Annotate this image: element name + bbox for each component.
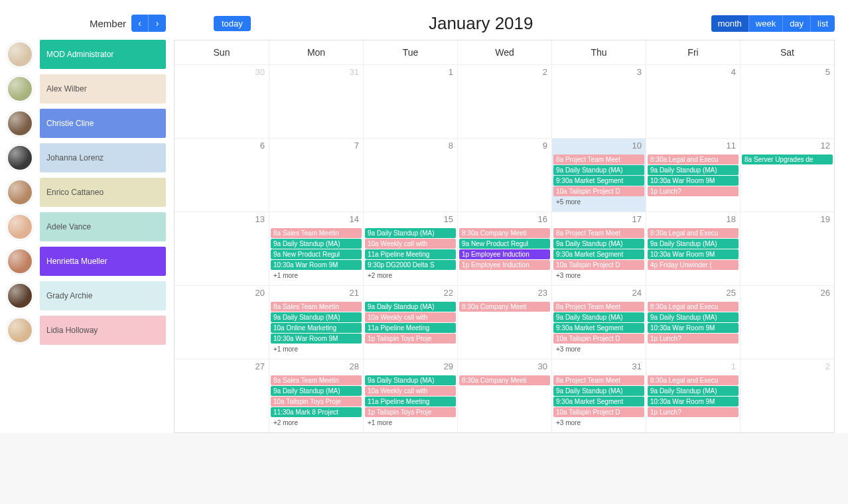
day-cell[interactable]: 6	[175, 139, 269, 212]
day-cell[interactable]: 108a Project Team Meet9a Daily Standup (…	[551, 139, 646, 212]
calendar-event[interactable]: 8:30a Legal and Execu	[648, 228, 739, 238]
member-chip[interactable]: Christie Cline	[40, 109, 166, 138]
calendar-event[interactable]: 8a Sales Team Meetin	[271, 228, 362, 238]
more-link[interactable]: +3 more	[553, 344, 644, 354]
calendar-event[interactable]: 11:30a Mark 8 Project	[271, 407, 362, 417]
calendar-event[interactable]: 9a Daily Standup (MA)	[365, 302, 456, 312]
member-row[interactable]: Johanna Lorenz	[7, 143, 166, 172]
more-link[interactable]: +2 more	[271, 418, 362, 428]
calendar-event[interactable]: 9a Daily Standup (MA)	[553, 386, 644, 396]
day-cell[interactable]: 218a Sales Team Meetin9a Daily Standup (…	[269, 286, 363, 359]
calendar-event[interactable]: 10a Weekly call with	[365, 386, 456, 396]
calendar-event[interactable]: 8a Sales Team Meetin	[271, 375, 362, 385]
calendar-event[interactable]: 9a Daily Standup (MA)	[553, 165, 644, 175]
calendar-event[interactable]: 9a Daily Standup (MA)	[648, 239, 739, 249]
day-cell[interactable]: 258:30a Legal and Execu9a Daily Standup …	[646, 286, 740, 359]
member-row[interactable]: Christie Cline	[7, 109, 166, 138]
calendar-event[interactable]: 8a Project Team Meet	[553, 228, 644, 238]
day-cell[interactable]: 3	[551, 65, 646, 138]
day-cell[interactable]: 20	[175, 286, 269, 359]
calendar-event[interactable]: 8a Project Team Meet	[553, 302, 644, 312]
calendar-event[interactable]: 10:30a War Room 9M	[271, 334, 362, 344]
view-list[interactable]: list	[810, 15, 835, 32]
calendar-event[interactable]: 9a Daily Standup (MA)	[648, 312, 739, 322]
calendar-event[interactable]: 10a Tailspin Project D	[553, 186, 644, 196]
view-week[interactable]: week	[748, 15, 782, 32]
member-row[interactable]: Adele Vance	[7, 212, 166, 241]
day-cell[interactable]: 7	[269, 139, 363, 212]
prev-button[interactable]: ‹	[131, 15, 149, 32]
day-cell[interactable]: 168:30a Company Meeti9a New Product Regu…	[457, 212, 551, 285]
calendar-event[interactable]: 10a Weekly call with	[365, 239, 456, 249]
view-day[interactable]: day	[782, 15, 810, 32]
calendar-event[interactable]: 11a Pipeline Meeting	[365, 397, 456, 407]
day-cell[interactable]: 159a Daily Standup (MA)10a Weekly call w…	[363, 212, 457, 285]
today-button[interactable]: today	[214, 16, 251, 31]
member-chip[interactable]: Henrietta Mueller	[40, 247, 166, 276]
calendar-event[interactable]: 1p Lunch?	[648, 334, 739, 344]
member-row[interactable]: Enrico Cattaneo	[7, 178, 166, 207]
calendar-event[interactable]: 1p Employee Induction	[459, 249, 550, 259]
day-cell[interactable]: 178a Project Team Meet9a Daily Standup (…	[551, 212, 646, 285]
calendar-event[interactable]: 9a New Product Regul	[271, 249, 362, 259]
calendar-event[interactable]: 10:30a War Room 9M	[648, 176, 739, 186]
calendar-event[interactable]: 10:30a War Room 9M	[648, 249, 739, 259]
day-cell[interactable]: 27	[175, 359, 269, 432]
member-chip[interactable]: Alex Wilber	[40, 74, 166, 103]
calendar-event[interactable]: 11a Pipeline Meeting	[365, 323, 456, 333]
calendar-event[interactable]: 9:30a Market Segment	[553, 397, 644, 407]
calendar-event[interactable]: 8:30a Company Meeti	[459, 228, 550, 238]
calendar-event[interactable]: 9:30a Market Segment	[553, 249, 644, 259]
calendar-event[interactable]: 10a Tailspin Project D	[553, 334, 644, 344]
more-link[interactable]: +5 more	[553, 197, 644, 207]
member-chip[interactable]: Enrico Cattaneo	[40, 178, 166, 207]
calendar-event[interactable]: 10a Weekly call with	[365, 312, 456, 322]
member-chip[interactable]: Johanna Lorenz	[40, 143, 166, 172]
day-cell[interactable]: 248a Project Team Meet9a Daily Standup (…	[551, 286, 646, 359]
calendar-event[interactable]: 8:30a Legal and Execu	[648, 375, 739, 385]
day-cell[interactable]: 19	[740, 212, 834, 285]
calendar-event[interactable]: 8a Project Team Meet	[553, 375, 644, 385]
calendar-event[interactable]: 9a Daily Standup (MA)	[271, 312, 362, 322]
member-row[interactable]: Lidia Holloway	[7, 316, 166, 345]
more-link[interactable]: +2 more	[365, 271, 456, 281]
calendar-event[interactable]: 9a New Product Regul	[459, 239, 550, 249]
calendar-event[interactable]: 9a Daily Standup (MA)	[365, 228, 456, 238]
more-link[interactable]: +3 more	[553, 418, 644, 428]
day-cell[interactable]: 299a Daily Standup (MA)10a Weekly call w…	[363, 359, 457, 432]
calendar-event[interactable]: 9:30a Market Segment	[553, 323, 644, 333]
day-cell[interactable]: 31	[269, 65, 363, 138]
day-cell[interactable]: 118:30a Legal and Execu9a Daily Standup …	[646, 139, 740, 212]
day-cell[interactable]: 2	[740, 359, 834, 432]
calendar-event[interactable]: 1p Tailspin Toys Proje	[365, 407, 456, 417]
member-row[interactable]: Alex Wilber	[7, 74, 166, 103]
day-cell[interactable]: 288a Sales Team Meetin9a Daily Standup (…	[269, 359, 363, 432]
calendar-event[interactable]: 1p Lunch?	[648, 407, 739, 417]
calendar-event[interactable]: 1p Tailspin Toys Proje	[365, 334, 456, 344]
calendar-event[interactable]: 9a Daily Standup (MA)	[365, 375, 456, 385]
calendar-event[interactable]: 4p Friday Unwinder (	[648, 260, 739, 270]
calendar-event[interactable]: 9a Daily Standup (MA)	[553, 312, 644, 322]
calendar-event[interactable]: 10:30a War Room 9M	[648, 397, 739, 407]
day-cell[interactable]: 128a Server Upgrades de	[740, 139, 834, 212]
calendar-event[interactable]: 8a Sales Team Meetin	[271, 302, 362, 312]
member-chip[interactable]: Lidia Holloway	[40, 316, 166, 345]
view-month[interactable]: month	[711, 15, 748, 32]
more-link[interactable]: +1 more	[271, 344, 362, 354]
day-cell[interactable]: 13	[175, 212, 269, 285]
calendar-event[interactable]: 10a Tailspin Project D	[553, 407, 644, 417]
more-link[interactable]: +1 more	[365, 418, 456, 428]
day-cell[interactable]: 188:30a Legal and Execu9a Daily Standup …	[646, 212, 740, 285]
day-cell[interactable]: 229a Daily Standup (MA)10a Weekly call w…	[363, 286, 457, 359]
member-row[interactable]: Henrietta Mueller	[7, 247, 166, 276]
calendar-event[interactable]: 9a Daily Standup (MA)	[271, 239, 362, 249]
calendar-event[interactable]: 1p Lunch?	[648, 186, 739, 196]
calendar-event[interactable]: 9a Daily Standup (MA)	[648, 386, 739, 396]
day-cell[interactable]: 4	[646, 65, 740, 138]
calendar-event[interactable]: 8:30a Company Meeti	[459, 302, 550, 312]
member-chip[interactable]: Adele Vance	[40, 212, 166, 241]
day-cell[interactable]: 26	[740, 286, 834, 359]
calendar-event[interactable]: 9a Daily Standup (MA)	[648, 165, 739, 175]
calendar-event[interactable]: 10a Tailspin Toys Proje	[271, 397, 362, 407]
calendar-event[interactable]: 8a Project Team Meet	[553, 155, 644, 164]
